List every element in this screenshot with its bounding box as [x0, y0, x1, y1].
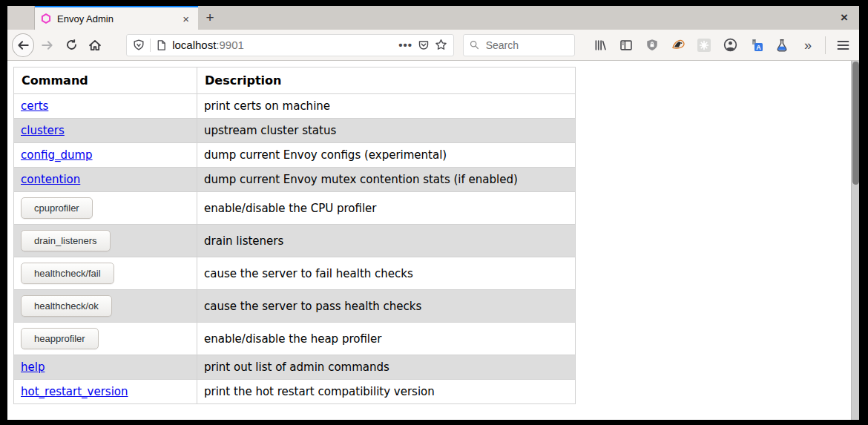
account-icon [723, 38, 737, 52]
toolbar-extension-icons: A » [588, 33, 820, 57]
command-cell: cpuprofiler [14, 192, 197, 225]
command-link[interactable]: hot_restart_version [21, 385, 128, 398]
command-cell: drain_listeners [14, 225, 197, 257]
reload-button[interactable] [59, 33, 83, 57]
forward-button[interactable] [36, 33, 59, 57]
description-cell: upstream cluster status [197, 119, 576, 143]
description-cell: cause the server to fail health checks [197, 257, 576, 290]
privacy-badger-icon [671, 39, 685, 51]
url-bar[interactable]: localhost:9901 ••• [126, 34, 454, 56]
url-text[interactable]: localhost:9901 [172, 39, 393, 51]
description-cell: print out list of admin commands [197, 355, 576, 380]
search-bar[interactable] [463, 34, 575, 56]
command-cell: heapprofiler [14, 323, 197, 355]
sidebar-toggle-button[interactable] [614, 33, 638, 57]
back-button[interactable] [12, 33, 34, 57]
scrollbar-thumb[interactable] [852, 62, 859, 185]
tab-strip-spacer [7, 6, 35, 30]
account-button[interactable] [718, 33, 742, 57]
document-icon [156, 39, 167, 51]
command-button[interactable]: heapprofiler [21, 328, 99, 349]
browser-window: Envoy Admin × + × localhost:9901 ••• [7, 6, 859, 420]
search-input[interactable] [484, 39, 568, 52]
envoy-hexagon-icon [41, 13, 51, 24]
table-row: certsprint certs on machine [14, 94, 576, 119]
description-cell: dump current Envoy configs (experimental… [197, 143, 576, 168]
overflow-chevron-icon: » [804, 39, 812, 52]
table-row: healthcheck/failcause the server to fail… [14, 257, 576, 290]
svg-text:A: A [756, 44, 761, 51]
forward-icon [41, 39, 54, 52]
url-separator [150, 39, 151, 52]
vertical-scrollbar[interactable] [851, 61, 859, 420]
command-button[interactable]: healthcheck/ok [21, 295, 112, 317]
shield-lock-icon [645, 39, 659, 52]
command-button[interactable]: healthcheck/fail [21, 263, 114, 284]
description-cell: enable/disable the heap profiler [197, 323, 576, 355]
command-cell: help [14, 355, 197, 380]
home-button[interactable] [83, 33, 107, 57]
translate-icon: A [749, 38, 763, 52]
extension-icon [697, 38, 711, 53]
flask-icon [775, 39, 789, 52]
page-actions-icon[interactable]: ••• [398, 39, 412, 51]
command-column-header: Command [14, 67, 197, 94]
menu-button[interactable] [831, 33, 855, 57]
toolbar-separator [825, 36, 826, 54]
shield-lock-extension-button[interactable] [640, 33, 664, 57]
tab-close-icon[interactable]: × [180, 13, 191, 25]
menu-icon [837, 40, 849, 50]
command-cell: config_dump [14, 143, 197, 168]
table-row: cpuprofilerenable/disable the CPU profil… [14, 192, 576, 225]
flask-extension-button[interactable] [770, 33, 794, 57]
command-link[interactable]: clusters [21, 124, 65, 137]
envoy-admin-page: Command Description certsprint certs on … [13, 67, 853, 404]
search-icon [470, 39, 479, 50]
disabled-extension-button[interactable] [692, 33, 716, 57]
command-link[interactable]: help [21, 360, 45, 374]
url-host: localhost [172, 39, 216, 51]
command-link[interactable]: certs [21, 99, 48, 113]
translate-extension-button[interactable]: A [744, 33, 768, 57]
window-close-button[interactable]: × [829, 6, 859, 30]
description-cell: cause the server to pass health checks [197, 290, 576, 323]
command-cell: hot_restart_version [14, 380, 197, 404]
description-cell: dump current Envoy mutex contention stat… [197, 168, 576, 192]
bookmark-star-icon[interactable] [435, 39, 447, 51]
tab-bar: Envoy Admin × + × [7, 6, 859, 30]
new-tab-button[interactable]: + [198, 6, 222, 30]
library-button[interactable] [588, 33, 612, 57]
command-cell: clusters [14, 119, 197, 143]
command-link[interactable]: contention [21, 173, 80, 186]
tab-title: Envoy Admin [57, 13, 174, 24]
page-viewport: Command Description certsprint certs on … [7, 61, 859, 420]
table-row: config_dumpdump current Envoy configs (e… [14, 143, 576, 168]
table-row: healthcheck/okcause the server to pass h… [14, 290, 576, 323]
tab-envoy-admin[interactable]: Envoy Admin × [35, 6, 198, 30]
table-row: hot_restart_versionprint the hot restart… [14, 380, 576, 404]
shield-icon [133, 39, 145, 51]
pocket-icon[interactable] [418, 39, 430, 51]
description-cell: drain listeners [197, 225, 576, 257]
command-button[interactable]: cpuprofiler [21, 197, 93, 219]
navigation-toolbar: localhost:9901 ••• [7, 30, 859, 61]
command-cell: certs [14, 94, 197, 119]
command-button[interactable]: drain_listeners [21, 230, 111, 251]
table-row: drain_listenersdrain listeners [14, 225, 576, 257]
description-cell: enable/disable the CPU profiler [197, 192, 576, 225]
description-column-header: Description [197, 67, 576, 94]
overflow-menu-button[interactable]: » [796, 33, 820, 57]
home-icon [88, 39, 102, 52]
back-icon [16, 39, 30, 52]
privacy-badger-button[interactable] [666, 33, 690, 57]
table-row: clustersupstream cluster status [14, 119, 576, 143]
reload-icon [65, 39, 78, 51]
description-cell: print certs on machine [197, 94, 576, 119]
command-link[interactable]: config_dump [21, 148, 93, 162]
command-cell: healthcheck/ok [14, 290, 197, 323]
table-row: helpprint out list of admin commands [14, 355, 576, 380]
table-row: contentiondump current Envoy mutex conte… [14, 168, 576, 192]
admin-commands-table: Command Description certsprint certs on … [13, 67, 576, 404]
table-row: heapprofilerenable/disable the heap prof… [14, 323, 576, 355]
command-cell: healthcheck/fail [14, 257, 197, 290]
